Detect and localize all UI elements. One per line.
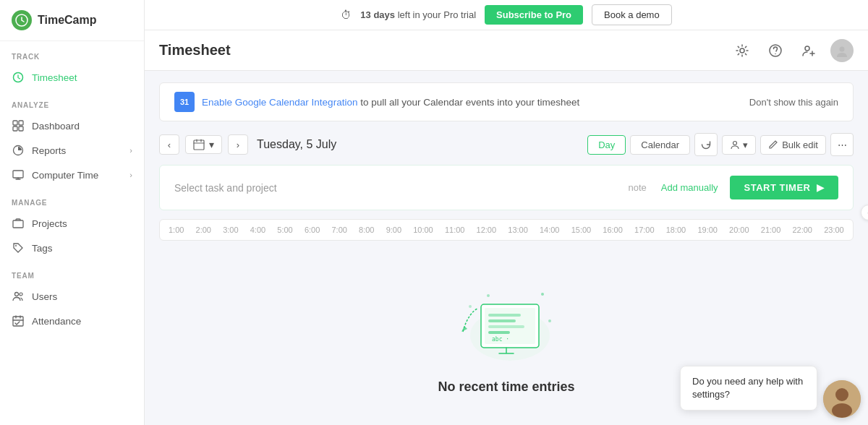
start-timer-label: START TIMER	[744, 182, 811, 193]
note-label[interactable]: note	[628, 182, 646, 193]
svg-point-10	[15, 293, 19, 296]
section-team: TEAM	[0, 260, 144, 284]
help-icon[interactable]	[764, 39, 787, 62]
users-icon	[12, 290, 25, 303]
section-manage: MANAGE	[0, 187, 144, 211]
svg-point-15	[775, 53, 776, 54]
clock-icon	[12, 71, 25, 84]
add-manually-button[interactable]: Add manually	[661, 182, 718, 193]
current-date-label: Tuesday, 5 July	[257, 138, 336, 151]
reports-icon	[12, 144, 25, 157]
svg-rect-12	[13, 317, 23, 326]
sidebar: TimeCamp ‹ TRACK Timesheet ANALYZE	[0, 0, 145, 425]
sidebar-item-timesheet[interactable]: Timesheet	[0, 65, 144, 90]
pro-trial-banner: ⏱ 13 days left in your Pro trial Subscri…	[145, 0, 868, 30]
more-icon: ⋯	[838, 139, 847, 150]
settings-icon[interactable]	[731, 39, 754, 62]
more-options-button[interactable]: ⋯	[830, 133, 854, 156]
task-selector[interactable]: Select task and project	[174, 182, 628, 194]
timeline-hours: 1:00 2:00 3:00 4:00 5:00 6:00 7:00 8:00 …	[169, 226, 844, 234]
banner-days: 13 days	[360, 9, 395, 20]
svg-point-17	[840, 46, 845, 51]
reports-chevron-icon: ›	[129, 146, 132, 155]
sidebar-label-projects: Projects	[32, 218, 67, 229]
sidebar-label-tags: Tags	[32, 243, 53, 254]
sidebar-item-reports[interactable]: Reports ›	[0, 138, 144, 163]
svg-rect-5	[19, 126, 23, 131]
prev-date-button[interactable]: ‹	[159, 134, 179, 155]
calendar-view-button[interactable]: Calendar	[630, 135, 690, 155]
page-title: Timesheet	[159, 42, 231, 59]
play-icon: ▶	[817, 182, 825, 193]
main-content: ⏱ 13 days left in your Pro trial Subscri…	[145, 0, 868, 425]
sidebar-item-dashboard[interactable]: Dashboard	[0, 113, 144, 138]
banner-text: 13 days left in your Pro trial	[360, 9, 476, 20]
svg-rect-24	[488, 319, 516, 322]
svg-rect-26	[488, 331, 510, 334]
svg-point-9	[15, 245, 17, 246]
refresh-button[interactable]	[694, 133, 718, 156]
book-demo-button[interactable]: Book a demo	[592, 4, 672, 25]
svg-rect-4	[13, 126, 17, 131]
logo-text: TimeCamp	[38, 14, 97, 27]
svg-rect-7	[13, 171, 23, 178]
svg-point-30	[469, 305, 472, 308]
svg-rect-18	[194, 140, 204, 150]
date-navigation: ‹ ▾ › Tuesday, 5 July Day Calendar	[159, 133, 854, 156]
sidebar-item-projects[interactable]: Projects	[0, 211, 144, 236]
svg-point-13	[740, 48, 744, 53]
dashboard-icon	[12, 119, 25, 132]
empty-state-title: No recent time entries	[438, 379, 574, 395]
svg-rect-8	[13, 220, 23, 228]
add-user-icon[interactable]	[797, 39, 820, 62]
date-picker-button[interactable]: ▾	[185, 135, 222, 154]
start-timer-button[interactable]: START TIMER ▶	[730, 176, 838, 199]
bulk-edit-label: Bulk edit	[782, 139, 818, 150]
sidebar-item-tags[interactable]: Tags	[0, 236, 144, 260]
chat-avatar[interactable]	[823, 380, 861, 418]
sidebar-label-attendance: Attendance	[32, 316, 81, 327]
day-view-button[interactable]: Day	[587, 135, 626, 155]
svg-point-19	[733, 142, 737, 145]
tags-icon	[12, 241, 25, 254]
svg-point-11	[20, 293, 22, 296]
bulk-edit-button[interactable]: Bulk edit	[760, 135, 826, 155]
user-filter-chevron: ▾	[743, 139, 748, 150]
svg-rect-23	[488, 314, 521, 317]
sidebar-item-users[interactable]: Users	[0, 284, 144, 309]
sidebar-item-attendance[interactable]: Attendance	[0, 309, 144, 333]
svg-rect-2	[13, 121, 17, 125]
timeline-bar: 1:00 2:00 3:00 4:00 5:00 6:00 7:00 8:00 …	[159, 219, 854, 241]
header-actions	[731, 39, 854, 62]
hourglass-icon: ⏱	[341, 9, 352, 21]
svg-rect-25	[488, 325, 524, 328]
svg-point-33	[835, 388, 848, 401]
svg-point-27	[487, 294, 490, 297]
chat-help-bubble: Do you need any help with settings?	[680, 366, 817, 411]
subscribe-button[interactable]: Subscribe to Pro	[485, 5, 583, 25]
user-avatar[interactable]	[830, 39, 854, 62]
dismiss-calendar-banner[interactable]: Don't show this again	[749, 97, 838, 108]
logo-area: TimeCamp ‹	[0, 0, 144, 41]
svg-text:abc ·: abc ·	[492, 336, 509, 343]
projects-icon	[12, 217, 25, 230]
svg-point-28	[541, 293, 544, 296]
google-calendar-link[interactable]: Enable Google Calendar Integration	[202, 97, 357, 108]
sidebar-label-computer-time: Computer Time	[32, 170, 98, 181]
next-date-button[interactable]: ›	[228, 134, 248, 155]
sidebar-label-users: Users	[32, 291, 57, 302]
chat-message: Do you need any help with settings?	[692, 376, 803, 400]
computer-time-chevron-icon: ›	[129, 171, 132, 179]
user-filter-button[interactable]: ▾	[722, 135, 756, 155]
google-calendar-icon: 31	[174, 92, 195, 112]
calendar-integration-banner: 31 Enable Google Calendar Integration to…	[159, 82, 854, 121]
section-analyze: ANALYZE	[0, 90, 144, 113]
content-header: Timesheet	[145, 30, 868, 71]
sidebar-label-timesheet: Timesheet	[32, 72, 77, 83]
timer-entry-row: Select task and project note Add manuall…	[159, 165, 854, 210]
logo-icon	[12, 10, 32, 30]
svg-point-34	[832, 403, 852, 418]
sidebar-label-reports: Reports	[32, 145, 66, 156]
sidebar-item-computer-time[interactable]: Computer Time ›	[0, 163, 144, 187]
view-buttons: Day Calendar ▾	[587, 133, 854, 156]
